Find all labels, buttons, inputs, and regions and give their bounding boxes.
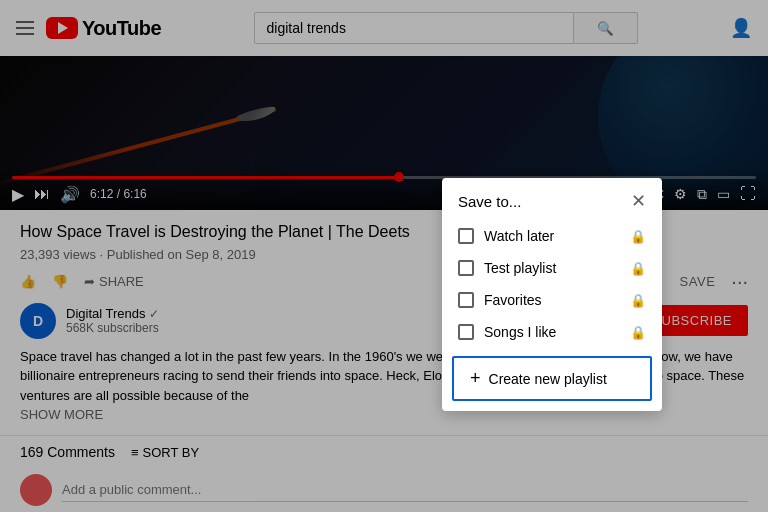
- modal-title: Save to...: [458, 193, 521, 210]
- plus-icon: +: [470, 368, 481, 389]
- playlist-name-watch-later: Watch later: [484, 228, 620, 244]
- playlist-item-watch-later[interactable]: Watch later 🔒: [442, 220, 662, 252]
- checkbox-test[interactable]: [458, 260, 474, 276]
- lock-icon-songs: 🔒: [630, 325, 646, 340]
- playlist-name-songs: Songs I like: [484, 324, 620, 340]
- playlist-name-favorites: Favorites: [484, 292, 620, 308]
- create-playlist-button[interactable]: + Create new playlist: [452, 356, 652, 401]
- create-playlist-label: Create new playlist: [489, 371, 607, 387]
- playlist-name-test: Test playlist: [484, 260, 620, 276]
- modal-header: Save to... ✕: [442, 178, 662, 220]
- lock-icon-watch-later: 🔒: [630, 229, 646, 244]
- close-modal-button[interactable]: ✕: [631, 192, 646, 210]
- playlist-item-songs[interactable]: Songs I like 🔒: [442, 316, 662, 348]
- checkbox-songs[interactable]: [458, 324, 474, 340]
- lock-icon-favorites: 🔒: [630, 293, 646, 308]
- save-to-modal: Save to... ✕ Watch later 🔒 Test playlist…: [442, 178, 662, 411]
- checkbox-watch-later[interactable]: [458, 228, 474, 244]
- playlist-item-favorites[interactable]: Favorites 🔒: [442, 284, 662, 316]
- playlist-item-test[interactable]: Test playlist 🔒: [442, 252, 662, 284]
- lock-icon-test: 🔒: [630, 261, 646, 276]
- checkbox-favorites[interactable]: [458, 292, 474, 308]
